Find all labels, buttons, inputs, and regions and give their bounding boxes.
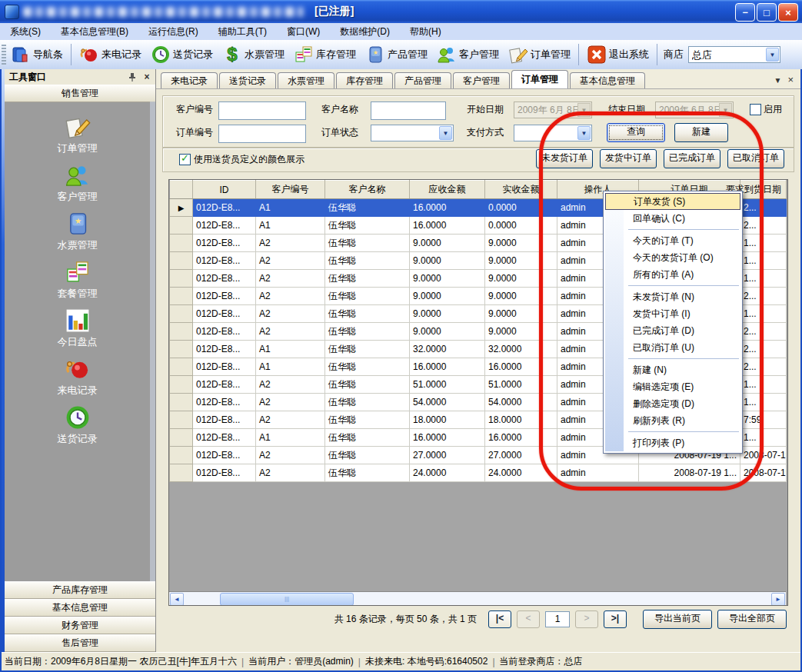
sidebar-item-delivery-log[interactable]: 送货记录	[5, 404, 150, 449]
table-row[interactable]: 012D-E8...A2伍华聪24.000024.0000admin2008-0…	[170, 464, 787, 482]
col-header-customer-no[interactable]: 客户编号	[256, 181, 325, 199]
start-date-picker[interactable]: 2009年 6月 8日 ▼	[514, 101, 592, 118]
sidebar-item-today-inventory[interactable]: 今日盘点	[5, 308, 150, 352]
col-header-received[interactable]: 实收金额	[485, 181, 557, 199]
row-selector[interactable]	[170, 252, 193, 270]
order-no-input[interactable]	[218, 125, 306, 143]
context-menu-item[interactable]: 发货中订单 (I)	[605, 305, 740, 322]
first-page-button[interactable]: |<	[488, 610, 511, 628]
row-selector[interactable]	[170, 217, 193, 235]
status-filter-button-1[interactable]: 发货中订单	[600, 149, 657, 168]
row-selector[interactable]	[170, 376, 193, 394]
tab-5[interactable]: 客户管理	[453, 72, 510, 88]
close-button[interactable]: ×	[778, 3, 798, 22]
scroll-left-icon[interactable]: ◄	[170, 593, 184, 606]
tab-close-icon[interactable]: ×	[787, 76, 794, 85]
status-filter-button-0[interactable]: 未发货订单	[536, 149, 593, 168]
tab-1[interactable]: 送货记录	[219, 72, 276, 88]
minimize-button[interactable]: －	[735, 3, 755, 22]
prev-page-button[interactable]: <	[517, 610, 540, 628]
context-menu-item[interactable]: 打印列表 (P)	[605, 434, 740, 451]
maximize-button[interactable]: □	[757, 3, 777, 22]
end-date-picker[interactable]: 2009年 6月 8日 ▼	[655, 101, 734, 118]
toolbar-order-button[interactable]: 订单管理	[504, 43, 575, 66]
row-selector[interactable]	[170, 447, 193, 464]
context-menu-item[interactable]: 今天的发货订单 (O)	[605, 249, 740, 266]
col-header-customer-name[interactable]: 客户名称	[325, 181, 410, 199]
pay-method-select[interactable]: ▼	[514, 125, 592, 141]
tab-dropdown-icon[interactable]: ▼	[774, 76, 782, 85]
status-filter-button-2[interactable]: 已完成订单	[664, 149, 720, 168]
row-selector[interactable]	[170, 288, 193, 305]
context-menu-item[interactable]: 未发货订单 (N)	[605, 288, 740, 305]
customer-no-input[interactable]	[218, 101, 306, 120]
shop-select[interactable]: 总店 ▼	[688, 46, 780, 63]
toolbar-navigator-button[interactable]: 导航条	[6, 43, 68, 66]
col-header-id[interactable]: ID	[193, 181, 256, 199]
menubar-item-1[interactable]: 基本信息管理(B)	[51, 23, 138, 40]
sidebar-item-order-mgmt[interactable]: 订单管理	[5, 114, 150, 158]
toolbar-customer-button[interactable]: 客户管理	[432, 43, 504, 66]
chevron-down-icon[interactable]: ▼	[766, 48, 779, 62]
row-selector[interactable]	[170, 358, 193, 376]
row-selector[interactable]: ▶	[170, 199, 193, 217]
deliveryman-color-checkbox[interactable]	[179, 154, 191, 165]
row-selector[interactable]	[170, 429, 193, 447]
status-filter-button-3[interactable]: 已取消订单	[727, 149, 784, 168]
row-selector[interactable]	[170, 270, 193, 288]
order-status-select[interactable]: ▼	[371, 125, 454, 141]
tab-4[interactable]: 产品管理	[394, 72, 451, 88]
close-icon[interactable]: ×	[141, 71, 153, 83]
toolbar-water-ticket-button[interactable]: $ 水票管理	[218, 43, 289, 66]
context-menu-item[interactable]: 回单确认 (C)	[605, 210, 740, 227]
tab-6[interactable]: 订单管理	[511, 70, 568, 88]
sidebar-group-2[interactable]: 财务管理	[5, 617, 155, 634]
toolbar-delivery-log-button[interactable]: 送货记录	[146, 43, 218, 66]
sidebar-item-package-mgmt[interactable]: 套餐管理	[5, 259, 150, 304]
context-menu-item[interactable]: 已完成订单 (D)	[605, 322, 740, 339]
sidebar-item-call-log[interactable]: 来电记录	[5, 356, 150, 401]
menubar-item-6[interactable]: 帮助(H)	[400, 23, 451, 40]
menubar-item-4[interactable]: 窗口(W)	[277, 23, 330, 40]
pin-icon[interactable]	[126, 71, 138, 83]
row-selector[interactable]	[170, 323, 193, 341]
context-menu-item[interactable]: 订单发货 (S)	[605, 193, 740, 210]
last-page-button[interactable]: >|	[604, 610, 627, 628]
tab-7[interactable]: 基本信息管理	[570, 72, 645, 88]
row-selector[interactable]	[170, 305, 193, 323]
context-menu-item[interactable]: 所有的订单 (A)	[605, 266, 740, 283]
context-menu-item[interactable]: 编辑选定项 (E)	[605, 378, 740, 395]
customer-name-input[interactable]	[371, 101, 446, 120]
context-menu-item[interactable]: 刷新列表 (R)	[605, 412, 740, 429]
toolbar-product-button[interactable]: ★ 产品管理	[361, 43, 432, 66]
context-menu-item[interactable]: 新建 (N)	[605, 361, 740, 378]
chevron-down-icon[interactable]: ▼	[577, 126, 591, 140]
scroll-right-icon[interactable]: ►	[771, 593, 785, 606]
scrollbar-thumb[interactable]	[220, 593, 354, 606]
sidebar-group-0[interactable]: 产品库存管理	[5, 581, 155, 599]
export-all-pages-button[interactable]: 导出全部页	[717, 610, 787, 629]
row-selector[interactable]	[170, 411, 193, 429]
enable-checkbox[interactable]	[750, 104, 761, 115]
menubar-item-5[interactable]: 数据维护(D)	[330, 23, 400, 40]
row-selector[interactable]	[170, 235, 193, 252]
sidebar-group-3[interactable]: 售后管理	[5, 634, 155, 652]
query-button[interactable]: 查询	[607, 123, 665, 142]
tab-3[interactable]: 库存管理	[336, 72, 393, 88]
chevron-down-icon[interactable]: ▼	[439, 126, 452, 140]
tab-2[interactable]: 水票管理	[278, 72, 334, 88]
sidebar-item-water-ticket-mgmt[interactable]: ★ 水票管理	[5, 211, 150, 255]
export-current-page-button[interactable]: 导出当前页	[643, 610, 712, 629]
menubar-item-2[interactable]: 运行信息(R)	[138, 23, 208, 40]
row-selector[interactable]	[170, 341, 193, 358]
toolbar-inventory-button[interactable]: 库存管理	[289, 43, 361, 66]
sidebar-group-sales[interactable]: 销售管理	[5, 85, 155, 102]
tab-0[interactable]: 来电记录	[161, 72, 218, 88]
page-number-input[interactable]: 1	[545, 611, 570, 627]
sidebar-scrollbar[interactable]	[150, 101, 155, 584]
new-button[interactable]: 新建	[674, 123, 728, 142]
context-menu-item[interactable]: 已取消订单 (U)	[605, 339, 740, 356]
menubar-item-3[interactable]: 辅助工具(T)	[208, 23, 277, 40]
col-header-receivable[interactable]: 应收金额	[410, 181, 485, 199]
col-header-required-date[interactable]: 要求到货日期	[740, 181, 787, 199]
